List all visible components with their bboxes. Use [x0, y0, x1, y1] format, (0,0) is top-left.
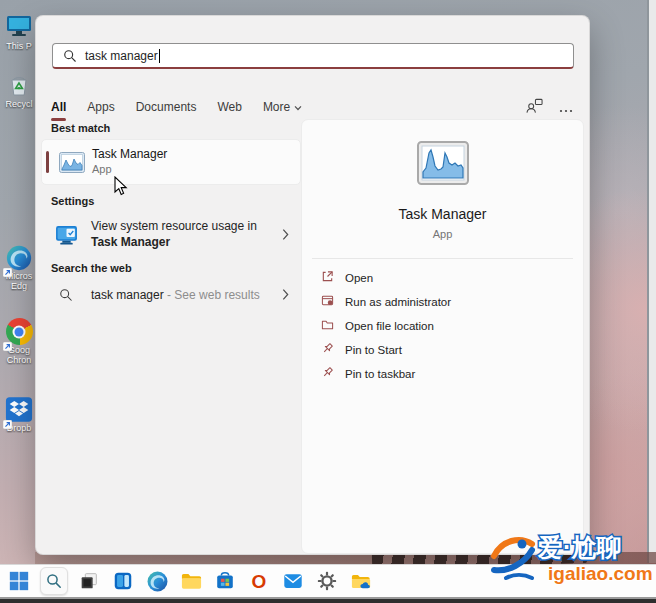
- desktop-icon-recycle-bin[interactable]: Recycl: [2, 72, 36, 109]
- taskbar-office-button[interactable]: O: [246, 568, 272, 594]
- settings-result-item[interactable]: View system resource usage in Task Manag…: [41, 212, 301, 260]
- search-header-icons: [526, 98, 573, 118]
- action-open[interactable]: Open: [302, 266, 583, 290]
- chevron-right-icon: [282, 287, 289, 305]
- tab-apps[interactable]: Apps: [87, 100, 114, 121]
- search-icon: [46, 573, 62, 589]
- chevron-right-icon: [282, 227, 289, 245]
- widgets-icon: [112, 570, 134, 592]
- folder-icon: [321, 317, 334, 335]
- pin-icon: [321, 365, 334, 383]
- admin-icon: [321, 293, 334, 311]
- desktop: This P Recycl Micros Edg Goog Chron Drop…: [0, 0, 656, 603]
- divider: [312, 258, 573, 259]
- taskbar-onedrive-folder-button[interactable]: [348, 568, 374, 594]
- this-pc-icon: [4, 14, 34, 41]
- task-view-icon: [78, 570, 100, 592]
- mouse-cursor: [114, 176, 128, 200]
- task-view-button[interactable]: [76, 568, 102, 594]
- web-search-suffix: - See web results: [164, 288, 260, 302]
- settings-result-line1: View system resource usage in: [91, 219, 257, 233]
- more-options-icon[interactable]: [559, 99, 573, 117]
- text-caret: [159, 49, 160, 63]
- tab-web[interactable]: Web: [217, 100, 241, 121]
- taskbar-file-explorer-button[interactable]: [178, 568, 204, 594]
- system-monitor-icon: [55, 225, 78, 250]
- file-explorer-icon: [180, 570, 203, 593]
- detail-app-subtitle: App: [302, 228, 583, 240]
- office-icon: O: [252, 572, 267, 591]
- mail-icon: [282, 570, 304, 592]
- desktop-icon-google-chrome[interactable]: Goog Chron: [2, 318, 36, 365]
- search-panel: task manager All Apps Documents Web More…: [35, 15, 590, 555]
- taskbar-search-button[interactable]: [40, 567, 68, 595]
- taskbar-edge-button[interactable]: [144, 568, 170, 594]
- watermark: 爱·尬聊 igaliao.com: [486, 528, 656, 596]
- watermark-url: igaliao.com: [548, 563, 653, 584]
- action-open-file-location[interactable]: Open file location: [302, 314, 583, 338]
- detail-app-title: Task Manager: [302, 206, 583, 222]
- settings-result-line2: Task Manager: [91, 235, 170, 249]
- tab-documents[interactable]: Documents: [136, 100, 197, 121]
- desktop-icon-dropbox[interactable]: Dropb: [2, 396, 36, 433]
- selection-accent-bar: [46, 151, 49, 173]
- search-web-header: Search the web: [51, 262, 132, 274]
- search-query-text: task manager: [85, 49, 158, 63]
- desktop-icon-label: Recycl: [2, 99, 36, 109]
- taskbar-mail-button[interactable]: [280, 568, 306, 594]
- search-input[interactable]: task manager: [52, 43, 574, 69]
- action-pin-to-start[interactable]: Pin to Start: [302, 338, 583, 362]
- desktop-icon-microsoft-edge[interactable]: Micros Edg: [2, 244, 36, 291]
- task-manager-icon: [59, 152, 85, 177]
- desktop-icon-label: This P: [2, 41, 36, 51]
- action-run-as-administrator[interactable]: Run as administrator: [302, 290, 583, 314]
- taskbar-settings-button[interactable]: [314, 568, 340, 594]
- widgets-button[interactable]: [110, 568, 136, 594]
- open-icon: [321, 269, 334, 287]
- watermark-logo-icon: [494, 540, 532, 579]
- action-pin-to-taskbar[interactable]: Pin to taskbar: [302, 362, 583, 386]
- start-button[interactable]: [6, 568, 32, 594]
- recycle-bin-icon: [4, 72, 34, 99]
- pin-icon: [321, 341, 334, 359]
- task-manager-large-icon: [417, 141, 469, 189]
- gear-icon: [316, 570, 338, 592]
- action-list: Open Run as administrator Open file loca…: [302, 266, 583, 386]
- shortcut-arrow-badge: [3, 415, 12, 424]
- result-detail-panel: Task Manager App Open Run as administrat…: [301, 119, 584, 554]
- tab-more[interactable]: More: [263, 100, 302, 121]
- edge-icon: [4, 244, 34, 271]
- account-icon[interactable]: [526, 98, 543, 118]
- desktop-icon-this-pc[interactable]: This P: [2, 14, 36, 51]
- search-filter-tabs: All Apps Documents Web More: [51, 100, 302, 121]
- onedrive-folder-icon: [350, 570, 373, 593]
- web-search-item[interactable]: task manager - See web results: [41, 278, 301, 314]
- microsoft-store-icon: [214, 570, 236, 592]
- best-match-title: Task Manager: [92, 147, 167, 161]
- chevron-down-icon: [294, 100, 302, 114]
- best-match-item[interactable]: Task Manager App: [41, 139, 301, 185]
- best-match-subtitle: App: [92, 163, 112, 175]
- settings-header: Settings: [51, 195, 94, 207]
- windows-logo-icon: [8, 570, 30, 592]
- shortcut-arrow-badge: [3, 337, 12, 346]
- taskbar-store-button[interactable]: [212, 568, 238, 594]
- web-search-text: task manager - See web results: [91, 288, 260, 302]
- tab-all[interactable]: All: [51, 100, 66, 121]
- edge-icon: [146, 570, 169, 593]
- best-match-header: Best match: [51, 122, 110, 134]
- screen-edge-strip: [649, 0, 656, 563]
- shortcut-arrow-badge: [3, 263, 12, 272]
- search-icon: [63, 49, 77, 63]
- dropbox-icon: [4, 396, 34, 423]
- watermark-title: 爱·尬聊: [537, 533, 621, 561]
- screen-bottom-edge: [0, 599, 656, 603]
- chrome-icon: [4, 318, 34, 345]
- search-icon: [59, 288, 73, 306]
